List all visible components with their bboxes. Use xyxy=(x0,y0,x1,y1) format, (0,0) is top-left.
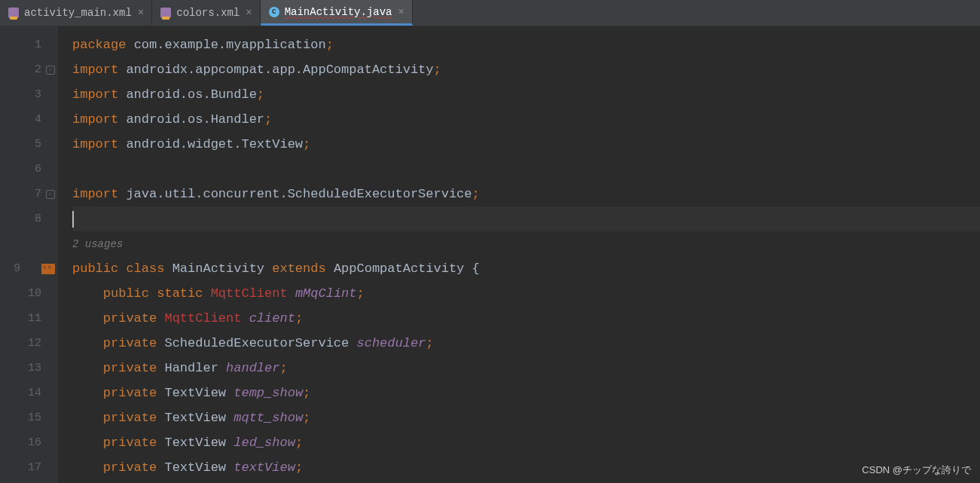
code-line[interactable]: private TextView mqtt_show; xyxy=(72,405,980,430)
editor: 1 2− 3 4 5 6 7− 8 9 10 11 12 13 14 15 16… xyxy=(0,26,980,483)
tab-bar: activity_main.xml × colors.xml × C MainA… xyxy=(0,0,980,26)
code-line[interactable]: public class MainActivity extends AppCom… xyxy=(72,256,980,281)
line-number[interactable]: 15 xyxy=(0,405,58,430)
tab-label: MainActivity.java xyxy=(285,6,392,18)
code-line[interactable]: import androidx.appcompat.app.AppCompatA… xyxy=(72,57,980,82)
code-line[interactable]: import android.os.Bundle; xyxy=(72,82,980,107)
line-number[interactable]: 10 xyxy=(0,281,58,306)
line-number[interactable]: 12 xyxy=(0,331,58,356)
code-line[interactable]: import java.util.concurrent.ScheduledExe… xyxy=(72,182,980,206)
code-line-current[interactable] xyxy=(72,206,980,231)
line-number[interactable]: 5 xyxy=(0,132,58,157)
code-line[interactable]: import android.widget.TextView; xyxy=(72,132,980,157)
line-number[interactable]: 7− xyxy=(0,182,58,206)
close-icon[interactable]: × xyxy=(246,7,252,19)
code-line[interactable]: private TextView temp_show; xyxy=(72,381,980,405)
close-icon[interactable]: × xyxy=(138,7,144,19)
line-number xyxy=(0,231,58,256)
xml-file-icon xyxy=(8,7,20,19)
code-line[interactable]: private MqttClient client; xyxy=(72,306,980,331)
class-gutter-icon[interactable] xyxy=(41,264,55,274)
line-number[interactable]: 17 xyxy=(0,455,58,480)
code-line[interactable] xyxy=(72,157,980,182)
code-line[interactable]: private TextView textView; xyxy=(72,455,980,480)
line-number[interactable]: 4 xyxy=(0,107,58,132)
line-number[interactable]: 9 xyxy=(0,256,58,281)
java-class-icon: C xyxy=(268,6,280,18)
usages-hint[interactable]: 2 usages xyxy=(72,231,980,256)
gutter[interactable]: 1 2− 3 4 5 6 7− 8 9 10 11 12 13 14 15 16… xyxy=(0,26,59,483)
watermark: CSDN @チップな誇りで xyxy=(862,463,971,477)
line-number[interactable]: 14 xyxy=(0,381,58,405)
line-number[interactable]: 8 xyxy=(0,206,58,231)
code-line[interactable]: import android.os.Handler; xyxy=(72,107,980,132)
fold-icon[interactable]: − xyxy=(46,66,55,75)
close-icon[interactable]: × xyxy=(398,6,404,18)
line-number[interactable]: 2− xyxy=(0,57,58,82)
xml-file-icon xyxy=(160,7,172,19)
code-area[interactable]: package com.example.myapplication; impor… xyxy=(59,26,980,483)
code-line[interactable]: public static MqttClient mMqClint; xyxy=(72,281,980,306)
line-number[interactable]: 6 xyxy=(0,157,58,182)
tab-label: colors.xml xyxy=(176,7,240,19)
line-number[interactable]: 16 xyxy=(0,430,58,455)
code-line[interactable]: private Handler handler; xyxy=(72,356,980,381)
line-number[interactable]: 13 xyxy=(0,356,58,381)
code-line[interactable]: package com.example.myapplication; xyxy=(72,32,980,57)
tab-label: activity_main.xml xyxy=(24,7,132,19)
caret-icon xyxy=(72,211,74,228)
line-number[interactable]: 1 xyxy=(0,32,58,57)
tab-main-activity[interactable]: C MainActivity.java × xyxy=(261,0,413,26)
line-number[interactable]: 3 xyxy=(0,82,58,107)
code-line[interactable]: private ScheduledExecutorService schedul… xyxy=(72,331,980,356)
code-line[interactable]: private TextView led_show; xyxy=(72,430,980,455)
tab-colors[interactable]: colors.xml × xyxy=(152,0,260,26)
tab-activity-main[interactable]: activity_main.xml × xyxy=(0,0,152,26)
line-number[interactable]: 11 xyxy=(0,306,58,331)
fold-icon[interactable]: − xyxy=(46,190,55,199)
